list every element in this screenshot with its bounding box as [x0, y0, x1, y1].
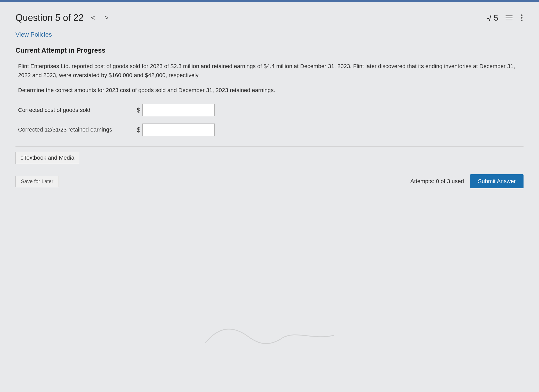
dots-menu-icon[interactable]: [520, 13, 524, 22]
question-text: Flint Enterprises Ltd. reported cost of …: [15, 62, 524, 80]
bottom-row: Save for Later Attempts: 0 of 3 used Sub…: [15, 174, 524, 188]
current-attempt-label: Current Attempt in Progress: [15, 46, 524, 54]
right-bottom: Attempts: 0 of 3 used Submit Answer: [410, 174, 524, 188]
submit-answer-button[interactable]: Submit Answer: [470, 174, 524, 188]
score-display: -/ 5: [486, 13, 498, 23]
dollar-sign-2: $: [137, 126, 140, 134]
view-policies-link[interactable]: View Policies: [15, 31, 524, 38]
header-row: Question 5 of 22 < > -/ 5: [15, 12, 524, 23]
etextbook-link[interactable]: eTextbook and Media: [15, 152, 79, 164]
retained-earnings-input[interactable]: [142, 124, 215, 136]
page-wrapper: Question 5 of 22 < > -/ 5 View Policie: [0, 0, 539, 392]
prev-arrow-button[interactable]: <: [89, 13, 97, 23]
cost-of-goods-row: Corrected cost of goods sold $: [15, 104, 524, 116]
section-divider: [15, 146, 524, 146]
retained-earnings-row: Corrected 12/31/23 retained earnings $: [15, 124, 524, 136]
determine-text: Determine the correct amounts for 2023 c…: [15, 87, 524, 94]
menu-lines-icon[interactable]: [504, 14, 514, 21]
right-controls: -/ 5: [486, 13, 524, 23]
save-for-later-button[interactable]: Save for Later: [15, 176, 59, 187]
attempts-text: Attempts: 0 of 3 used: [410, 178, 464, 185]
top-bar: [0, 0, 539, 2]
content-area: Question 5 of 22 < > -/ 5 View Policie: [0, 2, 539, 392]
dollar-sign-1: $: [137, 106, 140, 114]
question-nav: Question 5 of 22 < >: [15, 12, 111, 23]
cost-of-goods-label: Corrected cost of goods sold: [18, 107, 121, 113]
retained-earnings-label: Corrected 12/31/23 retained earnings: [18, 126, 121, 133]
next-arrow-button[interactable]: >: [102, 13, 111, 23]
decorative-curve: [205, 322, 334, 353]
question-title: Question 5 of 22: [15, 12, 84, 23]
cost-of-goods-sold-input[interactable]: [142, 104, 215, 116]
